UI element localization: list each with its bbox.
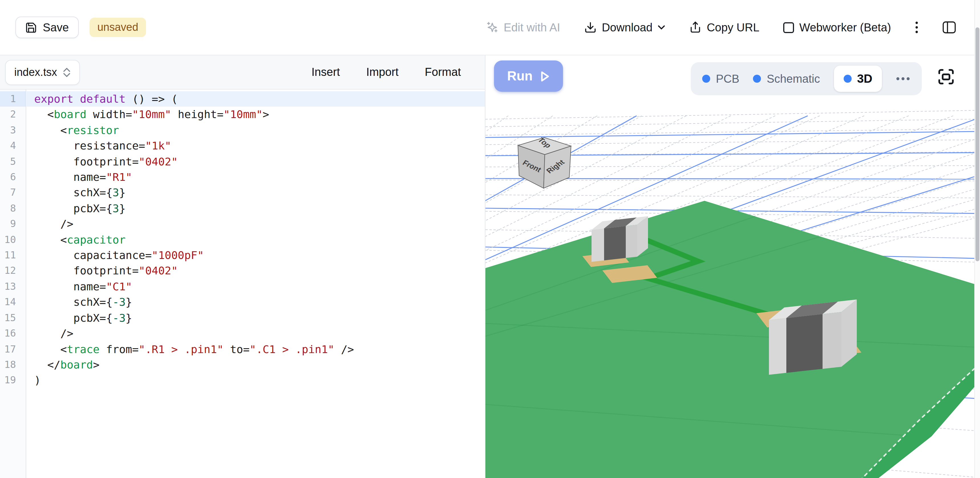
tabs-more-button[interactable] [896,76,911,81]
chevrons-up-down-icon [63,67,71,77]
topbar-actions: Edit with AI Download [486,21,956,34]
code-line-16[interactable]: 16 /> [0,326,485,341]
file-selector[interactable]: index.tsx [5,60,80,85]
line-number: 18 [0,357,25,373]
insert-button[interactable]: Insert [312,65,340,79]
webworker-checkbox[interactable] [783,22,794,33]
code-line-8[interactable]: 8 pcbX={3} [0,201,485,216]
play-icon [540,70,550,82]
schematic-dot-icon [753,75,761,83]
file-name: index.tsx [14,66,57,78]
code-line-4[interactable]: 4 resistance="1k" [0,138,485,154]
viewer-pane: Top Front Right Run PCB [485,56,980,478]
edit-with-ai-label: Edit with AI [504,21,560,34]
code-editor[interactable]: 1export default () => (2 <board width="1… [0,90,485,478]
view-tabs: PCB Schematic 3D [691,62,922,95]
tab-pcb-label: PCB [716,72,739,85]
download-label: Download [602,21,652,34]
code-line-5[interactable]: 5 footprint="0402" [0,154,485,170]
sidebar-panel-icon [942,21,956,33]
code-line-9[interactable]: 9 /> [0,216,485,232]
download-icon [584,21,597,33]
code-line-18[interactable]: 18 </board> [0,357,485,373]
line-number: 19 [0,373,25,389]
share-icon [689,21,702,33]
line-number: 15 [0,310,25,326]
code-line-12[interactable]: 12 footprint="0402" [0,263,485,279]
app-window: Save unsaved Edit with AI Do [0,0,980,478]
code-line-11[interactable]: 11 capacitance="1000pF" [0,248,485,263]
save-button[interactable]: Save [15,17,78,38]
topbar: Save unsaved Edit with AI Do [0,0,980,56]
kebab-menu-button[interactable] [915,21,918,34]
line-number: 17 [0,341,25,357]
scan-fullscreen-icon [937,68,955,86]
line-number: 14 [0,295,25,310]
kebab-menu-icon [915,21,918,34]
line-number: 1 [0,91,25,107]
ellipsis-icon [896,76,911,81]
chevron-down-icon [658,25,665,30]
code-line-2[interactable]: 2 <board width="10mm" height="10mm"> [0,107,485,122]
code-line-6[interactable]: 6 name="R1" [0,170,485,185]
scrollbar[interactable] [974,0,980,478]
run-label: Run [507,68,533,84]
run-button[interactable]: Run [494,60,563,92]
code-line-3[interactable]: 3 <resistor [0,122,485,138]
line-number: 6 [0,170,25,185]
tab-schematic-label: Schematic [767,72,820,85]
panel-toggle-button[interactable] [942,21,956,33]
floppy-save-icon [25,21,37,33]
code-line-15[interactable]: 15 pcbX={-3} [0,310,485,326]
line-number: 9 [0,216,25,232]
save-label: Save [43,21,69,34]
copy-url-label: Copy URL [707,21,759,34]
tab-3d[interactable]: 3D [834,65,882,92]
line-number: 8 [0,201,25,216]
format-button[interactable]: Format [425,65,461,79]
edit-with-ai-button[interactable]: Edit with AI [486,21,560,34]
code-line-1[interactable]: 1export default () => ( [0,91,485,107]
3d-dot-icon [843,75,851,83]
line-number: 11 [0,248,25,263]
code-lines: 1export default () => (2 <board width="1… [0,91,485,388]
import-button[interactable]: Import [366,65,398,79]
webworker-label: Webworker (Beta) [799,21,891,34]
line-number: 12 [0,263,25,279]
code-line-14[interactable]: 14 schX={-3} [0,295,485,310]
code-line-13[interactable]: 13 name="C1" [0,279,485,295]
scrollbar-thumb[interactable] [975,27,980,261]
copy-url-button[interactable]: Copy URL [689,21,759,34]
line-number: 4 [0,138,25,154]
line-number: 2 [0,107,25,122]
line-number: 16 [0,326,25,341]
editor-actions: Insert Import Format [312,65,461,79]
fit-view-button[interactable] [937,68,955,87]
code-line-19[interactable]: 19) [0,373,485,389]
code-line-7[interactable]: 7 schX={3} [0,185,485,201]
sparkles-icon [486,21,498,33]
editor-pane: index.tsx Insert Import Format 1export d… [0,56,485,478]
code-line-17[interactable]: 17 <trace from=".R1 > .pin1" to=".C1 > .… [0,341,485,357]
editor-toolbar: index.tsx Insert Import Format [0,56,485,90]
line-number: 7 [0,185,25,201]
tab-pcb[interactable]: PCB [702,72,739,85]
line-number: 3 [0,122,25,138]
line-number: 13 [0,279,25,295]
code-line-10[interactable]: 10 <capacitor [0,232,485,248]
pcb-dot-icon [702,75,710,83]
line-number: 5 [0,154,25,170]
webworker-toggle[interactable]: Webworker (Beta) [783,21,891,34]
3d-canvas[interactable]: Top Front Right [485,56,980,478]
tab-schematic[interactable]: Schematic [753,72,820,85]
download-button[interactable]: Download [584,21,665,34]
tab-3d-label: 3D [857,72,872,86]
line-number: 10 [0,232,25,248]
unsaved-status-badge: unsaved [89,17,146,37]
